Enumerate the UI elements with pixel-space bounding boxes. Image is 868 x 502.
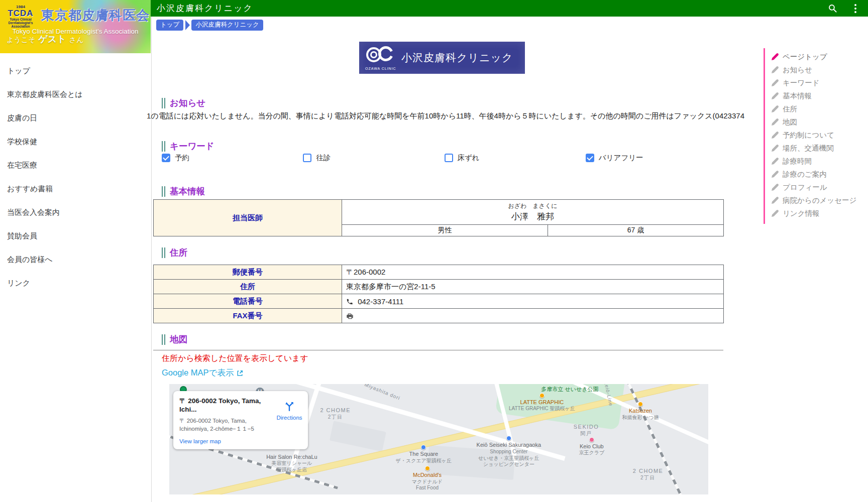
pencil-icon	[772, 118, 779, 126]
nav-label: ページトップ	[783, 52, 827, 62]
sidebar-item-home-care[interactable]: 在宅医療	[0, 154, 151, 177]
welcome-prefix: ようこそ	[7, 36, 35, 45]
nav-label: 基本情報	[783, 91, 812, 101]
map-label: The Squareザ・スクエア聖蹟桜ヶ丘	[396, 445, 452, 464]
notice-heading: お知らせ	[162, 98, 205, 108]
sidebar-item-recommended-books[interactable]: おすすめ書籍	[0, 177, 151, 201]
checkbox-reservation[interactable]	[162, 154, 170, 162]
nav-location-transport[interactable]: 場所、交通機関	[772, 142, 856, 155]
doctor-furigana: おざわ まさくに	[342, 200, 723, 210]
nav-map[interactable]: 地図	[772, 115, 856, 129]
nav-link-info[interactable]: リンク情報	[772, 207, 856, 220]
keyword-option-house-call: 往診	[303, 153, 444, 163]
breadcrumb-top[interactable]: トップ	[156, 20, 183, 31]
nav-label: 場所、交通機関	[783, 144, 834, 153]
nav-label: お知らせ	[783, 65, 812, 75]
map-poi-icon	[506, 436, 511, 441]
nav-hours[interactable]: 診療時間	[772, 155, 856, 168]
sidebar-item-for-members[interactable]: 会員の皆様へ	[0, 248, 151, 272]
sidebar-item-about[interactable]: 東京都皮膚科医会とは	[0, 83, 151, 106]
keyword-option-reservation: 予約	[162, 153, 303, 163]
map-block	[330, 421, 386, 451]
nav-profile[interactable]: プロフィール	[772, 181, 856, 194]
sidebar-item-links[interactable]: リンク	[0, 272, 151, 295]
page-title: 小沢皮膚科クリニック	[157, 3, 253, 14]
pencil-icon	[772, 197, 779, 204]
address-label: 住所	[154, 280, 342, 294]
keyword-options: 予約 往診 床ずれ バリアフリー	[162, 153, 727, 163]
keyword-option-barrier-free: バリアフリー	[586, 153, 727, 163]
checkbox-house-call[interactable]	[303, 154, 311, 162]
tcda-letters: TCDA	[1, 9, 40, 18]
map-label: LATTE GRAPHICLATTE GRAPHIC 聖蹟桜ヶ丘	[509, 393, 575, 412]
view-larger-map-link[interactable]: View larger map	[179, 438, 268, 444]
map-poi-icon	[425, 466, 430, 471]
nav-page-top[interactable]: ページトップ	[772, 50, 856, 63]
nav-label: 病院からのメッセージ	[783, 196, 856, 205]
pencil-icon	[772, 92, 779, 99]
nav-address[interactable]: 住所	[772, 102, 856, 115]
doctor-label: 担当医師	[154, 200, 342, 236]
map-info-card: 〒 206-0002 Tokyo, Tama, Ichi... 〒 206-00…	[173, 391, 308, 449]
map-label: 多摩市立 せいせき公園	[541, 386, 598, 393]
directions-label: Directions	[276, 415, 302, 421]
fax-label: FAX番号	[154, 309, 342, 323]
nav-keywords[interactable]: キーワード	[772, 76, 856, 89]
breadcrumb: トップ 小沢皮膚科クリニック	[156, 20, 263, 31]
map-label: Katsuzen和揚食彩 かつ膳	[622, 402, 659, 421]
keyword-label: 往診	[316, 153, 331, 163]
kebab-menu-icon[interactable]	[850, 3, 861, 14]
sidebar-item-membership-guide[interactable]: 当医会入会案内	[0, 201, 151, 224]
directions-icon	[283, 399, 296, 412]
map-label: Keio Club京王クラブ	[579, 437, 604, 456]
keyword-label: 床ずれ	[458, 153, 480, 163]
doctor-name-cell: おざわ まさくに 小澤 雅邦	[342, 200, 724, 225]
checkbox-barrier-free[interactable]	[586, 154, 594, 162]
search-icon[interactable]	[827, 3, 838, 14]
tcda-logo-icon: 1984 TCDA Tokyo Clinical Dermatologist's…	[1, 5, 40, 29]
pencil-icon	[772, 210, 779, 217]
nav-label: リンク情報	[783, 209, 820, 218]
breadcrumb-current[interactable]: 小沢皮膚科クリニック	[191, 20, 263, 31]
postal-code-value: 〒206-0002	[346, 268, 385, 276]
phone-value: 042-337-4111	[358, 297, 403, 306]
address-heading: 住所	[162, 247, 187, 258]
nav-label: 住所	[783, 104, 797, 114]
fax-icon	[346, 312, 354, 320]
sidebar-item-supporting-members[interactable]: 賛助会員	[0, 224, 151, 248]
map-label: McDonald'sマクドナルドFast Food	[412, 466, 443, 491]
nav-hospital-message[interactable]: 病院からのメッセージ	[772, 194, 856, 207]
pencil-icon	[772, 66, 779, 73]
nav-treatment-guide[interactable]: 診療のご案内	[772, 168, 856, 181]
checkbox-bedsore[interactable]	[445, 154, 453, 162]
nav-reservation-system[interactable]: 予約制について	[772, 129, 856, 142]
welcome-message: ようこそ ゲスト さん	[7, 33, 83, 45]
pencil-icon	[772, 79, 779, 86]
map-canvas[interactable]: H 〒 206-0002 Tokyo, Tama, Ichi... 〒 206-…	[169, 384, 708, 494]
phone-icon	[346, 298, 353, 305]
map-label: Hair Salon Re:chaLu美容室リシャール聖蹟桜ヶ丘店	[266, 454, 317, 473]
map-label: 2 CHOME2丁目	[633, 468, 664, 481]
nav-label: キーワード	[783, 78, 820, 88]
nav-notice[interactable]: お知らせ	[772, 63, 856, 76]
map-label: 2 CHOME2丁目	[320, 407, 351, 420]
google-map-link-label: Google MAPで表示	[162, 367, 234, 379]
pencil-icon	[772, 105, 779, 112]
welcome-suffix: さん	[69, 36, 84, 45]
sidebar-item-top[interactable]: トップ	[0, 59, 151, 83]
nav-basic-info[interactable]: 基本情報	[772, 89, 856, 102]
pencil-icon	[772, 171, 779, 178]
postal-code-label: 郵便番号	[154, 265, 342, 280]
nav-label: 地図	[783, 117, 797, 127]
keywords-heading: キーワード	[162, 141, 214, 152]
pencil-icon	[772, 158, 779, 165]
sidebar-item-school-health[interactable]: 学校保健	[0, 130, 151, 154]
directions-button[interactable]: Directions	[271, 391, 308, 449]
map-heading: 地図	[162, 334, 187, 345]
sidebar-item-skin-day[interactable]: 皮膚の日	[0, 106, 151, 130]
clinic-banner: OZAWA CLINIC 小沢皮膚科クリニック	[359, 42, 525, 74]
map-notice-text: 住所から検索した位置を表示しています	[162, 353, 308, 364]
basic-info-table: 担当医師 おざわ まさくに 小澤 雅邦 男性 67 歳	[153, 199, 724, 236]
content-divider	[151, 17, 152, 502]
google-map-link[interactable]: Google MAPで表示	[162, 367, 244, 379]
